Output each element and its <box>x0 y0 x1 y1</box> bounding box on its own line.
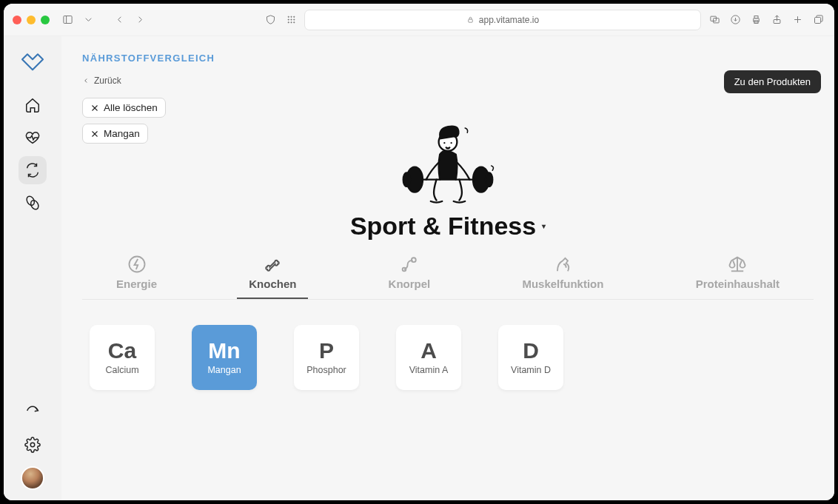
tab-knorpel[interactable]: Knorpel <box>377 251 443 299</box>
forward-button-icon[interactable] <box>133 13 147 27</box>
svg-point-34 <box>443 142 445 144</box>
svg-point-36 <box>129 257 144 272</box>
scale-icon <box>727 254 748 275</box>
svg-point-5 <box>288 19 289 20</box>
nutrient-symbol: Mn <box>208 340 240 362</box>
weightlifter-illustration <box>385 92 511 210</box>
svg-point-3 <box>290 16 291 17</box>
browser-chrome: app.vitamate.io <box>4 4 834 36</box>
nutrient-tile-vitamin-a[interactable]: A Vitamin A <box>396 325 461 390</box>
nutrient-tile-phosphor[interactable]: P Phosphor <box>294 325 359 390</box>
back-button-icon[interactable] <box>112 13 127 27</box>
nutrient-name: Vitamin A <box>409 365 449 375</box>
svg-rect-16 <box>754 16 758 19</box>
minimize-window-button[interactable] <box>27 16 36 24</box>
chip-label: Mangan <box>104 128 140 139</box>
tab-label: Muskelfunktion <box>522 278 603 290</box>
tab-knochen[interactable]: Knochen <box>237 251 308 299</box>
settings-button[interactable] <box>19 431 47 459</box>
user-avatar[interactable] <box>21 466 44 490</box>
translate-icon[interactable] <box>707 13 722 27</box>
svg-rect-0 <box>63 16 71 24</box>
nutrient-tile-vitamin-d[interactable]: D Vitamin D <box>498 325 563 390</box>
nutrient-symbol: D <box>523 340 539 362</box>
tab-label: Knorpel <box>389 278 431 290</box>
svg-point-2 <box>288 16 289 17</box>
cta-label: Zu den Produkten <box>734 76 811 87</box>
download-icon[interactable] <box>728 13 743 27</box>
share-icon[interactable] <box>769 13 784 27</box>
svg-rect-11 <box>469 19 473 22</box>
grid-icon[interactable] <box>284 13 298 27</box>
tab-label: Knochen <box>249 278 296 290</box>
chevron-down-icon[interactable] <box>81 13 95 27</box>
svg-point-9 <box>290 22 291 23</box>
shield-icon[interactable] <box>263 13 278 27</box>
back-link[interactable]: Zurück <box>82 75 814 86</box>
back-label: Zurück <box>94 75 121 86</box>
bolt-icon <box>127 254 147 275</box>
svg-point-4 <box>293 16 294 17</box>
nutrient-name: Mangan <box>207 365 241 375</box>
svg-point-23 <box>30 199 40 211</box>
app-sidebar <box>4 36 61 500</box>
share-button[interactable] <box>19 395 47 423</box>
tabs-icon[interactable] <box>811 13 825 27</box>
bone-icon <box>262 254 283 275</box>
nav-compare[interactable] <box>19 156 47 184</box>
nutrient-name: Vitamin D <box>511 365 551 375</box>
svg-rect-21 <box>814 17 820 23</box>
nutrient-tile-mangan[interactable]: Mn Mangan <box>192 325 257 390</box>
close-window-button[interactable] <box>13 16 21 24</box>
maximize-window-button[interactable] <box>41 16 50 24</box>
joint-icon <box>399 254 420 275</box>
svg-point-7 <box>293 19 294 20</box>
tab-label: Energie <box>116 278 157 290</box>
svg-point-35 <box>450 142 452 144</box>
close-icon <box>90 130 99 138</box>
nav-products[interactable] <box>19 189 47 217</box>
nutrient-symbol: Ca <box>108 340 136 362</box>
chip-clear-all[interactable]: Alle löschen <box>82 98 166 118</box>
svg-point-31 <box>403 172 410 187</box>
sidebar-toggle-icon[interactable] <box>60 13 75 27</box>
svg-point-10 <box>293 22 294 23</box>
close-icon <box>90 104 99 112</box>
cta-products-button[interactable]: Zu den Produkten <box>724 70 821 93</box>
nutrient-tile-calcium[interactable]: Ca Calcium <box>90 325 155 390</box>
nutrient-symbol: P <box>319 340 334 362</box>
nutrient-symbol: A <box>420 340 437 362</box>
tab-energie[interactable]: Energie <box>104 251 169 299</box>
chip-mangan[interactable]: Mangan <box>82 124 148 144</box>
print-icon[interactable] <box>748 13 763 27</box>
nav-health[interactable] <box>19 124 47 152</box>
url-bar[interactable]: app.vitamate.io <box>304 10 701 30</box>
nutrient-grid: Ca Calcium Mn Mangan P Phosphor A Vitami… <box>82 325 814 390</box>
svg-point-8 <box>288 22 289 23</box>
tab-muskelfunktion[interactable]: Muskelfunktion <box>510 251 615 299</box>
tab-proteinhaushalt[interactable]: Proteinhaushalt <box>684 251 791 299</box>
subcategory-tabs: Energie Knochen Knorpel Muskelfunktion P… <box>82 251 814 300</box>
svg-point-37 <box>412 258 416 262</box>
svg-point-32 <box>486 172 492 187</box>
tab-label: Proteinhaushalt <box>696 278 780 290</box>
nutrient-name: Phosphor <box>306 365 346 375</box>
chevron-down-icon: ▾ <box>542 222 546 230</box>
svg-point-24 <box>30 443 35 447</box>
breadcrumb: NÄHRSTOFFVERGLEICH <box>82 53 814 64</box>
traffic-lights <box>13 16 50 24</box>
main-content: NÄHRSTOFFVERGLEICH Zurück Zu den Produkt… <box>61 36 834 500</box>
category-title-text: Sport & Fitness <box>350 212 536 241</box>
nutrient-name: Calcium <box>105 365 138 375</box>
muscle-icon <box>552 254 573 275</box>
plus-icon[interactable] <box>790 13 805 27</box>
url-text: app.vitamate.io <box>479 15 539 25</box>
svg-point-6 <box>290 19 291 20</box>
nav-home[interactable] <box>19 91 47 119</box>
chip-label: Alle löschen <box>104 102 158 113</box>
category-selector[interactable]: Sport & Fitness ▾ <box>82 212 814 241</box>
app-logo[interactable] <box>16 50 49 82</box>
